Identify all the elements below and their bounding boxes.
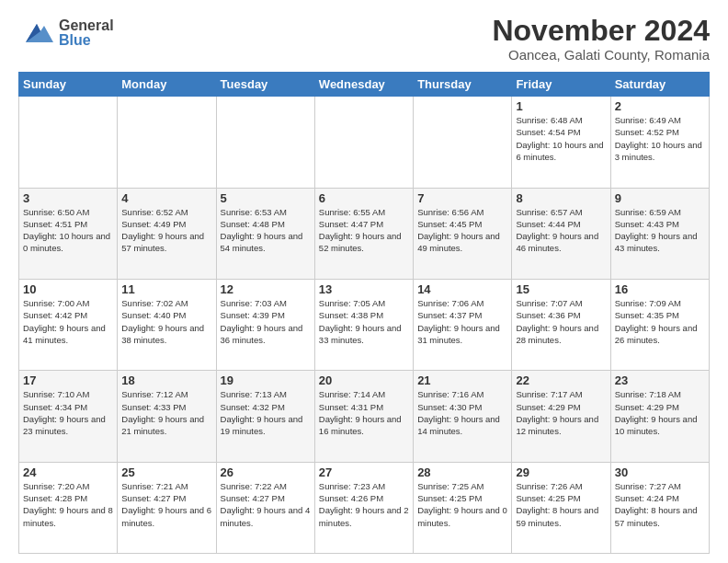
calendar-cell: 1Sunrise: 6:48 AM Sunset: 4:54 PM Daylig… — [512, 97, 610, 188]
calendar-week-2: 3Sunrise: 6:50 AM Sunset: 4:51 PM Daylig… — [19, 188, 710, 279]
day-number: 20 — [319, 373, 409, 387]
header-thursday: Thursday — [414, 73, 512, 97]
day-number: 28 — [417, 465, 507, 479]
header-wednesday: Wednesday — [314, 73, 413, 97]
calendar-week-5: 24Sunrise: 7:20 AM Sunset: 4:28 PM Dayli… — [19, 462, 710, 553]
calendar-week-4: 17Sunrise: 7:10 AM Sunset: 4:34 PM Dayli… — [19, 371, 710, 462]
day-info: Sunrise: 7:10 AM Sunset: 4:34 PM Dayligh… — [23, 388, 113, 437]
calendar-cell: 17Sunrise: 7:10 AM Sunset: 4:34 PM Dayli… — [19, 371, 118, 462]
day-number: 25 — [121, 465, 211, 479]
day-number: 3 — [23, 191, 113, 205]
day-info: Sunrise: 7:05 AM Sunset: 4:38 PM Dayligh… — [319, 297, 409, 346]
header-friday: Friday — [512, 73, 610, 97]
day-info: Sunrise: 7:25 AM Sunset: 4:25 PM Dayligh… — [417, 480, 507, 529]
day-number: 12 — [221, 282, 311, 296]
day-number: 9 — [615, 191, 705, 205]
day-info: Sunrise: 6:57 AM Sunset: 4:44 PM Dayligh… — [516, 206, 606, 255]
calendar-cell: 24Sunrise: 7:20 AM Sunset: 4:28 PM Dayli… — [19, 462, 118, 553]
header-monday: Monday — [118, 73, 216, 97]
day-number: 22 — [516, 373, 606, 387]
day-info: Sunrise: 7:12 AM Sunset: 4:33 PM Dayligh… — [121, 388, 211, 437]
day-info: Sunrise: 7:13 AM Sunset: 4:32 PM Dayligh… — [221, 388, 311, 437]
calendar-subtitle: Oancea, Galati County, Romania — [492, 47, 710, 63]
day-number: 11 — [121, 282, 211, 296]
calendar-cell: 10Sunrise: 7:00 AM Sunset: 4:42 PM Dayli… — [19, 279, 118, 370]
day-info: Sunrise: 7:17 AM Sunset: 4:29 PM Dayligh… — [516, 388, 606, 437]
weekday-row: Sunday Monday Tuesday Wednesday Thursday… — [19, 73, 710, 97]
day-info: Sunrise: 6:50 AM Sunset: 4:51 PM Dayligh… — [23, 206, 113, 255]
calendar-cell: 2Sunrise: 6:49 AM Sunset: 4:52 PM Daylig… — [610, 97, 709, 188]
day-number: 19 — [221, 373, 311, 387]
day-number: 26 — [221, 465, 311, 479]
calendar-cell: 12Sunrise: 7:03 AM Sunset: 4:39 PM Dayli… — [216, 279, 314, 370]
calendar-table: Sunday Monday Tuesday Wednesday Thursday… — [18, 72, 710, 554]
day-number: 13 — [319, 282, 409, 296]
header-tuesday: Tuesday — [216, 73, 314, 97]
day-info: Sunrise: 7:06 AM Sunset: 4:37 PM Dayligh… — [417, 297, 507, 346]
logo-blue-text: Blue — [59, 33, 114, 48]
day-number: 18 — [121, 373, 211, 387]
day-number: 2 — [615, 99, 705, 113]
title-block: November 2024 Oancea, Galati County, Rom… — [492, 15, 710, 63]
calendar-cell: 30Sunrise: 7:27 AM Sunset: 4:24 PM Dayli… — [610, 462, 709, 553]
day-info: Sunrise: 7:09 AM Sunset: 4:35 PM Dayligh… — [615, 297, 705, 346]
svg-marker-0 — [26, 24, 53, 42]
logo: General Blue — [18, 15, 114, 52]
day-number: 14 — [417, 282, 507, 296]
day-number: 16 — [615, 282, 705, 296]
calendar-cell — [414, 97, 512, 188]
calendar-cell: 5Sunrise: 6:53 AM Sunset: 4:48 PM Daylig… — [216, 188, 314, 279]
day-info: Sunrise: 7:00 AM Sunset: 4:42 PM Dayligh… — [23, 297, 113, 346]
calendar-cell: 21Sunrise: 7:16 AM Sunset: 4:30 PM Dayli… — [414, 371, 512, 462]
calendar-cell: 23Sunrise: 7:18 AM Sunset: 4:29 PM Dayli… — [610, 371, 709, 462]
day-info: Sunrise: 6:48 AM Sunset: 4:54 PM Dayligh… — [516, 114, 606, 163]
day-info: Sunrise: 7:23 AM Sunset: 4:26 PM Dayligh… — [319, 480, 409, 529]
day-info: Sunrise: 7:07 AM Sunset: 4:36 PM Dayligh… — [516, 297, 606, 346]
calendar-cell: 16Sunrise: 7:09 AM Sunset: 4:35 PM Dayli… — [610, 279, 709, 370]
day-info: Sunrise: 7:18 AM Sunset: 4:29 PM Dayligh… — [615, 388, 705, 437]
calendar-cell: 14Sunrise: 7:06 AM Sunset: 4:37 PM Dayli… — [414, 279, 512, 370]
day-number: 8 — [516, 191, 606, 205]
calendar-cell — [314, 97, 413, 188]
calendar-cell — [19, 97, 118, 188]
logo-icon — [18, 15, 55, 52]
day-info: Sunrise: 6:59 AM Sunset: 4:43 PM Dayligh… — [615, 206, 705, 255]
calendar-cell: 6Sunrise: 6:55 AM Sunset: 4:47 PM Daylig… — [314, 188, 413, 279]
day-info: Sunrise: 6:52 AM Sunset: 4:49 PM Dayligh… — [121, 206, 211, 255]
logo-name: General Blue — [59, 18, 114, 48]
day-number: 10 — [23, 282, 113, 296]
day-info: Sunrise: 7:14 AM Sunset: 4:31 PM Dayligh… — [319, 388, 409, 437]
day-number: 17 — [23, 373, 113, 387]
day-info: Sunrise: 6:53 AM Sunset: 4:48 PM Dayligh… — [221, 206, 311, 255]
day-info: Sunrise: 7:03 AM Sunset: 4:39 PM Dayligh… — [221, 297, 311, 346]
calendar-cell: 18Sunrise: 7:12 AM Sunset: 4:33 PM Dayli… — [118, 371, 216, 462]
calendar-cell: 25Sunrise: 7:21 AM Sunset: 4:27 PM Dayli… — [118, 462, 216, 553]
day-number: 24 — [23, 465, 113, 479]
calendar-cell: 28Sunrise: 7:25 AM Sunset: 4:25 PM Dayli… — [414, 462, 512, 553]
calendar-cell: 4Sunrise: 6:52 AM Sunset: 4:49 PM Daylig… — [118, 188, 216, 279]
day-info: Sunrise: 7:20 AM Sunset: 4:28 PM Dayligh… — [23, 480, 113, 529]
calendar-cell: 11Sunrise: 7:02 AM Sunset: 4:40 PM Dayli… — [118, 279, 216, 370]
calendar-cell: 20Sunrise: 7:14 AM Sunset: 4:31 PM Dayli… — [314, 371, 413, 462]
calendar-cell: 19Sunrise: 7:13 AM Sunset: 4:32 PM Dayli… — [216, 371, 314, 462]
calendar-cell — [118, 97, 216, 188]
calendar-cell: 8Sunrise: 6:57 AM Sunset: 4:44 PM Daylig… — [512, 188, 610, 279]
day-number: 5 — [221, 191, 311, 205]
day-info: Sunrise: 7:27 AM Sunset: 4:24 PM Dayligh… — [615, 480, 705, 529]
calendar-cell: 27Sunrise: 7:23 AM Sunset: 4:26 PM Dayli… — [314, 462, 413, 553]
day-number: 7 — [417, 191, 507, 205]
calendar-header: Sunday Monday Tuesday Wednesday Thursday… — [19, 73, 710, 97]
day-number: 30 — [615, 465, 705, 479]
calendar-week-1: 1Sunrise: 6:48 AM Sunset: 4:54 PM Daylig… — [19, 97, 710, 188]
calendar-week-3: 10Sunrise: 7:00 AM Sunset: 4:42 PM Dayli… — [19, 279, 710, 370]
calendar-cell: 26Sunrise: 7:22 AM Sunset: 4:27 PM Dayli… — [216, 462, 314, 553]
calendar-body: 1Sunrise: 6:48 AM Sunset: 4:54 PM Daylig… — [19, 97, 710, 554]
calendar-cell: 3Sunrise: 6:50 AM Sunset: 4:51 PM Daylig… — [19, 188, 118, 279]
header-saturday: Saturday — [610, 73, 709, 97]
calendar-cell: 13Sunrise: 7:05 AM Sunset: 4:38 PM Dayli… — [314, 279, 413, 370]
calendar-cell: 15Sunrise: 7:07 AM Sunset: 4:36 PM Dayli… — [512, 279, 610, 370]
header-sunday: Sunday — [19, 73, 118, 97]
day-number: 6 — [319, 191, 409, 205]
day-info: Sunrise: 6:56 AM Sunset: 4:45 PM Dayligh… — [417, 206, 507, 255]
day-number: 4 — [121, 191, 211, 205]
